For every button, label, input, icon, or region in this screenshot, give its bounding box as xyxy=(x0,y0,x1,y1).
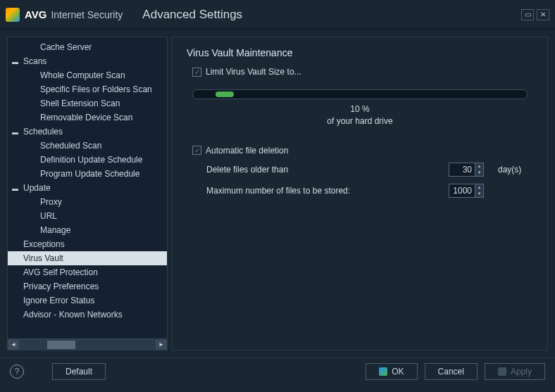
spinner-down-icon[interactable]: ▼ xyxy=(475,191,483,197)
sidebar-item-label: Schedules xyxy=(23,127,63,137)
sidebar-item-manage[interactable]: Manage xyxy=(8,223,167,237)
auto-delete-label: Automatic file deletion xyxy=(206,146,288,156)
window-title: Advanced Settings xyxy=(142,8,242,22)
sidebar-item-scheduled-scan[interactable]: Scheduled Scan xyxy=(8,139,167,153)
delete-older-input[interactable] xyxy=(449,163,475,176)
collapse-icon[interactable]: ▬ xyxy=(12,185,20,192)
settings-tree[interactable]: Cache Server▬ScansWhole Computer ScanSpe… xyxy=(8,37,167,339)
sidebar-item-program-update-schedule[interactable]: Program Update Schedule xyxy=(8,167,167,181)
shield-icon xyxy=(379,367,387,376)
limit-vault-checkbox[interactable] xyxy=(192,68,201,77)
sidebar-item-label: Removable Device Scan xyxy=(40,113,132,122)
section-title: Virus Vault Maintenance xyxy=(187,47,533,58)
footer: ? Default OK Cancel Apply xyxy=(0,358,555,384)
sidebar-item-label: Ignore Error Status xyxy=(23,296,94,305)
sidebar-item-label: Exceptions xyxy=(23,239,65,249)
slider-percent: 10 % xyxy=(350,104,369,114)
spinner-down-icon[interactable]: ▼ xyxy=(475,170,483,176)
apply-button[interactable]: Apply xyxy=(485,363,545,380)
cancel-button[interactable]: Cancel xyxy=(425,363,478,380)
limit-vault-label: Limit Virus Vault Size to... xyxy=(206,67,301,77)
app-logo: AVG Internet Security xyxy=(6,8,123,22)
sidebar-item-label: Virus Vault xyxy=(23,253,63,263)
delete-older-label: Delete files older than xyxy=(206,165,449,175)
shield-grey-icon xyxy=(498,367,506,376)
sidebar-item-label: Program Update Schedule xyxy=(40,169,139,179)
sidebar-item-label: Whole Computer Scan xyxy=(40,70,125,80)
sidebar-item-label: Definition Update Schedule xyxy=(40,155,142,165)
sidebar-item-privacy-preferences[interactable]: Privacy Preferences xyxy=(8,279,167,293)
sidebar-item-url[interactable]: URL xyxy=(8,209,167,223)
sidebar-item-label: Scheduled Scan xyxy=(40,141,101,151)
sidebar-item-label: Scans xyxy=(23,56,46,66)
sidebar-item-schedules[interactable]: ▬Schedules xyxy=(8,125,167,139)
scroll-thumb[interactable] xyxy=(47,341,75,349)
sidebar-item-label: Manage xyxy=(40,225,70,235)
help-icon[interactable]: ? xyxy=(10,365,24,379)
spinner-up-icon[interactable]: ▲ xyxy=(475,163,483,170)
brand-text: AVG xyxy=(25,8,46,20)
sidebar-item-update[interactable]: ▬Update xyxy=(8,181,167,195)
sidebar-item-specific-files-or-folders-scan[interactable]: Specific Files or Folders Scan xyxy=(8,82,167,96)
sidebar-item-shell-extension-scan[interactable]: Shell Extension Scan xyxy=(8,96,167,110)
max-files-label: Maximum number of files to be stored: xyxy=(206,186,449,196)
spinner-up-icon[interactable]: ▲ xyxy=(475,184,483,191)
sidebar-item-label: URL xyxy=(40,211,57,221)
collapse-icon[interactable]: ▬ xyxy=(12,129,20,136)
collapse-icon[interactable]: ▬ xyxy=(12,58,20,65)
max-files-input[interactable] xyxy=(449,184,475,197)
sidebar-item-label: AVG Self Protection xyxy=(23,267,98,277)
sidebar-item-label: Update xyxy=(23,183,51,193)
sidebar-item-scans[interactable]: ▬Scans xyxy=(8,54,167,68)
sidebar-item-ignore-error-status[interactable]: Ignore Error Status xyxy=(8,293,167,308)
sidebar-item-virus-vault[interactable]: Virus Vault xyxy=(8,251,167,265)
delete-older-unit: day(s) xyxy=(498,165,533,175)
sidebar-item-label: Privacy Preferences xyxy=(23,282,99,291)
sidebar-item-whole-computer-scan[interactable]: Whole Computer Scan xyxy=(8,68,167,82)
sidebar-item-removable-device-scan[interactable]: Removable Device Scan xyxy=(8,110,167,125)
sidebar-item-proxy[interactable]: Proxy xyxy=(8,195,167,209)
sidebar-item-label: Cache Server xyxy=(40,42,92,52)
sidebar-item-label: Specific Files or Folders Scan xyxy=(40,84,152,94)
sidebar-item-label: Shell Extension Scan xyxy=(40,99,120,108)
close-button[interactable]: ✕ xyxy=(537,9,549,20)
sidebar-item-advisor-known-networks[interactable]: Advisor - Known Networks xyxy=(8,308,167,322)
logo-icon xyxy=(6,8,20,22)
scroll-left-icon[interactable]: ◄ xyxy=(8,340,19,350)
sidebar-item-cache-server[interactable]: Cache Server xyxy=(8,40,167,54)
product-text: Internet Security xyxy=(51,9,123,20)
sidebar-item-label: Advisor - Known Networks xyxy=(23,310,123,320)
sidebar-scrollbar[interactable]: ◄ ► xyxy=(8,339,167,350)
sidebar-item-exceptions[interactable]: Exceptions xyxy=(8,237,167,251)
scroll-right-icon[interactable]: ► xyxy=(156,340,167,350)
auto-delete-checkbox[interactable] xyxy=(192,146,201,155)
titlebar: AVG Internet Security Advanced Settings … xyxy=(0,0,555,30)
sidebar-item-label: Proxy xyxy=(40,197,62,207)
max-files-spinner[interactable]: ▲ ▼ xyxy=(449,184,484,198)
slider-value: 10 % of your hard drive xyxy=(192,103,528,127)
ok-button[interactable]: OK xyxy=(366,363,417,380)
default-button[interactable]: Default xyxy=(52,363,106,380)
slider-subtext: of your hard drive xyxy=(327,116,392,126)
delete-older-spinner[interactable]: ▲ ▼ xyxy=(449,163,484,177)
main-panel: Virus Vault Maintenance Limit Virus Vaul… xyxy=(172,37,548,350)
vault-size-slider[interactable] xyxy=(192,89,528,99)
sidebar-item-definition-update-schedule[interactable]: Definition Update Schedule xyxy=(8,153,167,167)
minimize-button[interactable]: ▭ xyxy=(521,9,534,20)
settings-sidebar: Cache Server▬ScansWhole Computer ScanSpe… xyxy=(7,37,168,350)
slider-thumb[interactable] xyxy=(216,91,234,97)
window-controls: ▭ ✕ xyxy=(521,9,549,20)
sidebar-item-avg-self-protection[interactable]: AVG Self Protection xyxy=(8,265,167,279)
